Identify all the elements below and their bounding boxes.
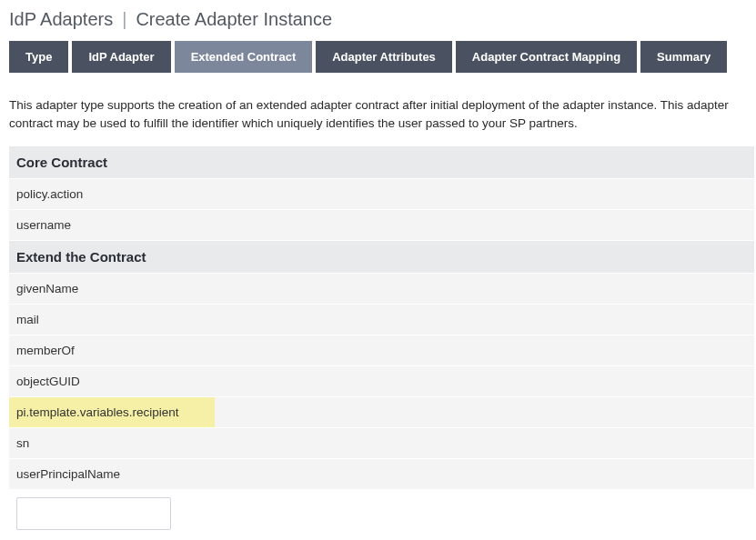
extend-contract-item: userPrincipalName	[9, 459, 754, 489]
core-contract-item-label: username	[16, 218, 71, 232]
core-contract-item: policy.action	[9, 179, 754, 209]
extend-contract-item: memberOf	[9, 335, 754, 365]
extend-contract-item-label: sn	[16, 436, 29, 450]
extend-contract-item: pi.template.variables.recipient	[9, 397, 754, 427]
extend-contract-item-label: userPrincipalName	[16, 467, 120, 481]
page-header: IdP Adapters | Create Adapter Instance	[0, 0, 756, 41]
core-contract-header: Core Contract	[9, 146, 754, 178]
core-contract-item-label: policy.action	[16, 187, 83, 201]
breadcrumb-root[interactable]: IdP Adapters	[9, 9, 113, 30]
page-title: Create Adapter Instance	[136, 9, 332, 30]
extend-contract-item-label: pi.template.variables.recipient	[16, 405, 179, 419]
extend-contract-item-label: objectGUID	[16, 375, 80, 388]
extend-contract-item-label: memberOf	[16, 344, 75, 357]
extend-contract-item: objectGUID	[9, 366, 754, 396]
page-description: This adapter type supports the creation …	[0, 93, 756, 146]
tab-adapter-attributes[interactable]: Adapter Attributes	[316, 41, 452, 73]
extend-contract-item: givenName	[9, 274, 754, 304]
extend-contract-item: sn	[9, 428, 754, 458]
extend-contract-item-label: mail	[16, 313, 39, 326]
extend-contract-item: mail	[9, 305, 754, 335]
tab-idp-adapter[interactable]: IdP Adapter	[72, 41, 170, 73]
add-attribute-input[interactable]	[16, 497, 171, 530]
contract-container: Core Contract policy.action username Ext…	[0, 146, 756, 537]
tab-bar: Type IdP Adapter Extended Contract Adapt…	[0, 41, 756, 73]
extend-contract-item-label: givenName	[16, 282, 78, 295]
breadcrumb-divider: |	[122, 9, 126, 30]
tab-summary[interactable]: Summary	[640, 41, 727, 73]
add-attribute-row	[9, 490, 754, 537]
tab-adapter-contract-mapping[interactable]: Adapter Contract Mapping	[456, 41, 637, 73]
core-contract-item: username	[9, 210, 754, 240]
extend-contract-header: Extend the Contract	[9, 241, 754, 273]
tab-extended-contract[interactable]: Extended Contract	[175, 41, 313, 73]
tab-type[interactable]: Type	[9, 41, 68, 73]
